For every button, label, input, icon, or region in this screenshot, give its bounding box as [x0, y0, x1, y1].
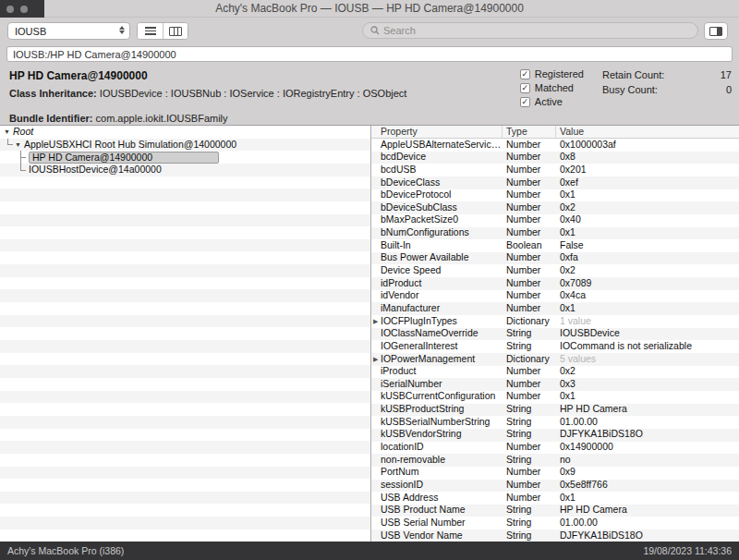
tree-item[interactable]: ▼Root	[0, 126, 370, 139]
search-field[interactable]	[362, 22, 698, 39]
registry-tree: ▼Root▼AppleUSBXHCI Root Hub Simulation@1…	[0, 126, 371, 542]
property-row[interactable]: iSerialNumberNumber0x3	[371, 378, 739, 391]
property-row[interactable]: non-removableStringno	[371, 454, 739, 467]
property-type: String	[503, 530, 556, 542]
property-row[interactable]: Device SpeedNumber0x2	[371, 264, 739, 277]
property-row[interactable]: iManufacturerNumber0x1	[371, 302, 739, 315]
bundle-identifier-value: com.apple.iokit.IOUSBFamily	[96, 113, 228, 124]
property-type: String	[503, 428, 556, 441]
disclosure-triangle-icon[interactable]: ▼	[15, 139, 21, 152]
property-row[interactable]: Bus Power AvailableNumber0xfa	[371, 251, 739, 264]
property-value: 0x9	[556, 466, 739, 479]
property-value: 0x1	[556, 226, 739, 239]
checkbox-active[interactable]: ✓Active	[520, 96, 584, 107]
property-row[interactable]: bNumConfigurationsNumber0x1	[371, 226, 739, 239]
property-name: IOGeneralInterest	[371, 340, 503, 353]
column-view-button[interactable]	[163, 23, 188, 39]
property-type: Number	[503, 151, 556, 164]
plane-selector[interactable]: IOUSB	[7, 22, 130, 40]
property-value: 0x14900000	[556, 441, 739, 454]
column-header-value[interactable]: Value	[556, 126, 739, 138]
property-row[interactable]: ▶IOCFPlugInTypesDictionary1 value	[371, 315, 739, 328]
checkbox-label: Registered	[535, 68, 584, 79]
property-row[interactable]: USB Product NameStringHP HD Camera	[371, 504, 739, 517]
property-type: Number	[503, 226, 556, 239]
property-table: PropertyTypeValue AppleUSBAlternateServi…	[371, 126, 739, 542]
checkbox-matched[interactable]: ✓Matched	[520, 82, 584, 93]
tree-item[interactable]: IOUSBHostDevice@14a00000	[0, 164, 370, 177]
property-row[interactable]: bDeviceProtocolNumber0x1	[371, 189, 739, 201]
checkbox-box[interactable]: ✓	[520, 97, 530, 107]
property-value: 0xfa	[556, 251, 739, 264]
property-type: String	[503, 504, 556, 517]
disclosure-triangle-icon[interactable]: ▶	[373, 315, 378, 328]
property-name: USB Address	[371, 492, 503, 505]
property-name: bcdUSB	[371, 164, 503, 177]
property-row[interactable]: kUSBCurrentConfigurationNumber0x1	[371, 390, 739, 403]
property-row[interactable]: AppleUSBAlternateService...Number0x10000…	[371, 139, 739, 152]
inspector-toggle-button[interactable]	[704, 22, 728, 40]
property-value: 0x2	[556, 365, 739, 378]
window-title: Achy's MacBook Pro — IOUSB — HP HD Camer…	[55, 0, 684, 18]
property-name: bMaxPacketSize0	[371, 213, 503, 226]
property-value: 0x4ca	[556, 289, 739, 302]
property-row[interactable]: USB AddressNumber0x1	[371, 492, 739, 505]
search-input[interactable]	[383, 25, 690, 36]
property-name-text: kUSBVendorString	[381, 428, 462, 439]
property-name: kUSBProductString	[371, 403, 503, 416]
property-type: String	[503, 454, 556, 467]
chevron-up-down-icon	[119, 26, 125, 34]
count-value: 0	[709, 84, 732, 95]
property-type: Number	[503, 466, 556, 479]
tree-item[interactable]: HP HD Camera@14900000	[0, 151, 370, 164]
property-type: String	[503, 327, 556, 340]
search-icon	[370, 26, 380, 35]
disclosure-triangle-icon[interactable]: ▼	[4, 126, 10, 139]
property-name-text: USB Address	[381, 492, 438, 503]
property-row[interactable]: bDeviceSubClassNumber0x2	[371, 201, 739, 214]
checkbox-box[interactable]: ✓	[520, 83, 530, 93]
property-row[interactable]: USB Serial NumberString01.00.00	[371, 517, 739, 530]
path-field[interactable]	[6, 46, 733, 62]
property-name: PortNum	[371, 466, 503, 479]
property-row[interactable]: idVendorNumber0x4ca	[371, 289, 739, 302]
property-name: iProduct	[371, 365, 503, 378]
property-row[interactable]: ▶IOPowerManagementDictionary5 values	[371, 353, 739, 366]
checkbox-box[interactable]: ✓	[520, 69, 530, 79]
class-inheritance-value: IOUSBDevice : IOUSBNub : IOService : IOR…	[100, 88, 407, 99]
property-name-text: bcdUSB	[381, 164, 417, 175]
view-mode-segmented-control	[137, 22, 188, 40]
property-type: Dictionary	[503, 353, 556, 366]
tree-item[interactable]: ▼AppleUSBXHCI Root Hub Simulation@140000…	[0, 139, 370, 152]
property-row[interactable]: bcdDeviceNumber0x8	[371, 151, 739, 164]
property-row[interactable]: kUSBProductStringStringHP HD Camera	[371, 403, 739, 416]
property-row[interactable]: bMaxPacketSize0Number0x40	[371, 213, 739, 226]
property-row[interactable]: locationIDNumber0x14900000	[371, 441, 739, 454]
property-row[interactable]: kUSBSerialNumberStringString01.00.00	[371, 416, 739, 429]
property-name: USB Serial Number	[371, 517, 503, 530]
property-row[interactable]: Built-InBooleanFalse	[371, 239, 739, 252]
property-row[interactable]: iProductNumber0x2	[371, 365, 739, 378]
count-label: Retain Count:	[602, 69, 709, 80]
property-row[interactable]: IOGeneralInterestStringIOCommand is not …	[371, 340, 739, 353]
column-header-type[interactable]: Type	[503, 126, 556, 138]
checkbox-registered[interactable]: ✓Registered	[520, 68, 584, 79]
property-row[interactable]: IOClassNameOverrideStringIOUSBDevice	[371, 327, 739, 340]
property-name-text: iProduct	[381, 365, 417, 376]
disclosure-triangle-icon[interactable]: ▶	[373, 353, 378, 366]
property-row[interactable]: idProductNumber0x7089	[371, 277, 739, 290]
property-name: USB Vendor Name	[371, 530, 503, 542]
property-row[interactable]: bDeviceClassNumber0xef	[371, 177, 739, 189]
property-row[interactable]: PortNumNumber0x9	[371, 466, 739, 479]
window-control-icon[interactable]	[20, 6, 28, 13]
window-control-icon[interactable]	[6, 6, 14, 13]
column-header-property[interactable]: Property	[371, 126, 503, 138]
property-row[interactable]: sessionIDNumber0x5e8ff766	[371, 479, 739, 492]
property-name-text: bNumConfigurations	[381, 226, 469, 237]
property-row[interactable]: kUSBVendorStringStringDJFYKA1BiDS18O	[371, 428, 739, 441]
property-row[interactable]: USB Vendor NameStringDJFYKA1BiDS18O	[371, 530, 739, 542]
property-value: IOCommand is not serializable	[556, 340, 739, 353]
property-row[interactable]: bcdUSBNumber0x201	[371, 164, 739, 177]
property-name: AppleUSBAlternateService...	[371, 139, 503, 152]
list-view-button[interactable]	[138, 23, 163, 39]
